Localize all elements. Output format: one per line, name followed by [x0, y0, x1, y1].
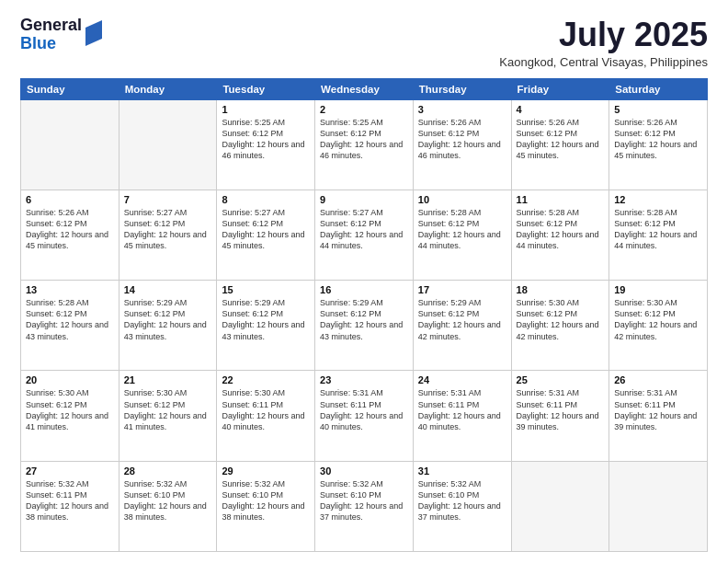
table-row: 13Sunrise: 5:28 AMSunset: 6:12 PMDayligh… [21, 281, 119, 371]
day-number: 25 [517, 374, 605, 385]
header-sunday: Sunday [21, 78, 119, 99]
day-info: Sunrise: 5:32 AMSunset: 6:10 PMDaylight:… [222, 478, 310, 523]
day-number: 20 [26, 374, 114, 385]
header-saturday: Saturday [609, 78, 708, 99]
day-number: 15 [222, 284, 310, 295]
day-number: 30 [320, 465, 408, 477]
table-row [21, 99, 119, 190]
table-row: 6Sunrise: 5:26 AMSunset: 6:12 PMDaylight… [21, 190, 119, 280]
day-number: 7 [124, 194, 212, 205]
day-number: 19 [614, 284, 702, 295]
day-number: 14 [124, 284, 212, 295]
day-info: Sunrise: 5:30 AMSunset: 6:11 PMDaylight:… [222, 387, 310, 432]
day-number: 9 [320, 194, 408, 205]
header-thursday: Thursday [413, 78, 511, 99]
table-row: 3Sunrise: 5:26 AMSunset: 6:12 PMDaylight… [413, 99, 511, 190]
day-info: Sunrise: 5:28 AMSunset: 6:12 PMDaylight:… [418, 207, 506, 252]
day-info: Sunrise: 5:31 AMSunset: 6:11 PMDaylight:… [517, 387, 605, 432]
day-info: Sunrise: 5:30 AMSunset: 6:12 PMDaylight:… [124, 387, 212, 432]
day-number: 12 [614, 194, 702, 205]
day-number: 17 [418, 284, 506, 295]
day-info: Sunrise: 5:32 AMSunset: 6:10 PMDaylight:… [320, 478, 408, 523]
calendar-week-row: 13Sunrise: 5:28 AMSunset: 6:12 PMDayligh… [21, 281, 708, 371]
day-number: 28 [124, 465, 212, 477]
day-info: Sunrise: 5:28 AMSunset: 6:12 PMDaylight:… [614, 207, 702, 252]
day-number: 8 [222, 194, 310, 205]
table-row: 12Sunrise: 5:28 AMSunset: 6:12 PMDayligh… [609, 190, 708, 280]
day-info: Sunrise: 5:32 AMSunset: 6:11 PMDaylight:… [26, 478, 114, 523]
table-row [511, 461, 609, 551]
day-number: 3 [418, 104, 506, 115]
table-row: 23Sunrise: 5:31 AMSunset: 6:11 PMDayligh… [315, 371, 414, 461]
table-row [609, 461, 708, 551]
day-info: Sunrise: 5:25 AMSunset: 6:12 PMDaylight:… [320, 117, 408, 162]
day-number: 16 [320, 284, 408, 295]
table-row: 16Sunrise: 5:29 AMSunset: 6:12 PMDayligh… [315, 281, 414, 371]
calendar-week-row: 1Sunrise: 5:25 AMSunset: 6:12 PMDaylight… [21, 99, 708, 190]
svg-marker-0 [85, 20, 102, 46]
day-info: Sunrise: 5:29 AMSunset: 6:12 PMDaylight:… [124, 297, 212, 342]
table-row: 9Sunrise: 5:27 AMSunset: 6:12 PMDaylight… [315, 190, 414, 280]
table-row: 5Sunrise: 5:26 AMSunset: 6:12 PMDaylight… [609, 99, 708, 190]
table-row: 25Sunrise: 5:31 AMSunset: 6:11 PMDayligh… [511, 371, 609, 461]
table-row: 2Sunrise: 5:25 AMSunset: 6:12 PMDaylight… [315, 99, 414, 190]
table-row: 29Sunrise: 5:32 AMSunset: 6:10 PMDayligh… [217, 461, 315, 551]
day-info: Sunrise: 5:28 AMSunset: 6:12 PMDaylight:… [26, 297, 114, 342]
table-row: 11Sunrise: 5:28 AMSunset: 6:12 PMDayligh… [511, 190, 609, 280]
page: General Blue July 2025 Kaongkod, Central… [0, 0, 728, 563]
day-info: Sunrise: 5:27 AMSunset: 6:12 PMDaylight:… [124, 207, 212, 252]
calendar-week-row: 27Sunrise: 5:32 AMSunset: 6:11 PMDayligh… [21, 461, 708, 551]
day-number: 18 [517, 284, 605, 295]
table-row: 10Sunrise: 5:28 AMSunset: 6:12 PMDayligh… [413, 190, 511, 280]
month-title: July 2025 [499, 17, 708, 53]
table-row [119, 99, 217, 190]
day-number: 11 [517, 194, 605, 205]
day-info: Sunrise: 5:26 AMSunset: 6:12 PMDaylight:… [517, 117, 605, 162]
table-row: 30Sunrise: 5:32 AMSunset: 6:10 PMDayligh… [315, 461, 414, 551]
day-number: 31 [418, 465, 506, 477]
day-info: Sunrise: 5:31 AMSunset: 6:11 PMDaylight:… [614, 387, 702, 432]
day-number: 23 [320, 374, 408, 385]
day-number: 6 [26, 194, 114, 205]
logo-icon [85, 20, 102, 46]
day-info: Sunrise: 5:27 AMSunset: 6:12 PMDaylight:… [320, 207, 408, 252]
table-row: 27Sunrise: 5:32 AMSunset: 6:11 PMDayligh… [21, 461, 119, 551]
location-subtitle: Kaongkod, Central Visayas, Philippines [499, 55, 708, 69]
logo-general: General [20, 17, 82, 35]
logo-blue: Blue [20, 35, 82, 53]
header-monday: Monday [119, 78, 217, 99]
table-row: 8Sunrise: 5:27 AMSunset: 6:12 PMDaylight… [217, 190, 315, 280]
header: General Blue July 2025 Kaongkod, Central… [20, 17, 708, 69]
day-info: Sunrise: 5:29 AMSunset: 6:12 PMDaylight:… [418, 297, 506, 342]
day-number: 24 [418, 374, 506, 385]
table-row: 15Sunrise: 5:29 AMSunset: 6:12 PMDayligh… [217, 281, 315, 371]
day-info: Sunrise: 5:32 AMSunset: 6:10 PMDaylight:… [124, 478, 212, 523]
calendar-week-row: 20Sunrise: 5:30 AMSunset: 6:12 PMDayligh… [21, 371, 708, 461]
day-info: Sunrise: 5:25 AMSunset: 6:12 PMDaylight:… [222, 117, 310, 162]
day-info: Sunrise: 5:30 AMSunset: 6:12 PMDaylight:… [614, 297, 702, 342]
header-tuesday: Tuesday [217, 78, 315, 99]
logo-text: General Blue [20, 17, 82, 53]
day-number: 5 [614, 104, 702, 115]
day-number: 2 [320, 104, 408, 115]
day-number: 21 [124, 374, 212, 385]
day-info: Sunrise: 5:26 AMSunset: 6:12 PMDaylight:… [614, 117, 702, 162]
day-info: Sunrise: 5:31 AMSunset: 6:11 PMDaylight:… [320, 387, 408, 432]
table-row: 21Sunrise: 5:30 AMSunset: 6:12 PMDayligh… [119, 371, 217, 461]
day-number: 4 [517, 104, 605, 115]
table-row: 26Sunrise: 5:31 AMSunset: 6:11 PMDayligh… [609, 371, 708, 461]
table-row: 24Sunrise: 5:31 AMSunset: 6:11 PMDayligh… [413, 371, 511, 461]
day-number: 29 [222, 465, 310, 477]
day-info: Sunrise: 5:30 AMSunset: 6:12 PMDaylight:… [26, 387, 114, 432]
table-row: 17Sunrise: 5:29 AMSunset: 6:12 PMDayligh… [413, 281, 511, 371]
day-number: 26 [614, 374, 702, 385]
day-number: 1 [222, 104, 310, 115]
table-row: 1Sunrise: 5:25 AMSunset: 6:12 PMDaylight… [217, 99, 315, 190]
calendar-week-row: 6Sunrise: 5:26 AMSunset: 6:12 PMDaylight… [21, 190, 708, 280]
table-row: 4Sunrise: 5:26 AMSunset: 6:12 PMDaylight… [511, 99, 609, 190]
table-row: 14Sunrise: 5:29 AMSunset: 6:12 PMDayligh… [119, 281, 217, 371]
day-info: Sunrise: 5:32 AMSunset: 6:10 PMDaylight:… [418, 478, 506, 523]
day-number: 13 [26, 284, 114, 295]
table-row: 22Sunrise: 5:30 AMSunset: 6:11 PMDayligh… [217, 371, 315, 461]
day-info: Sunrise: 5:26 AMSunset: 6:12 PMDaylight:… [418, 117, 506, 162]
